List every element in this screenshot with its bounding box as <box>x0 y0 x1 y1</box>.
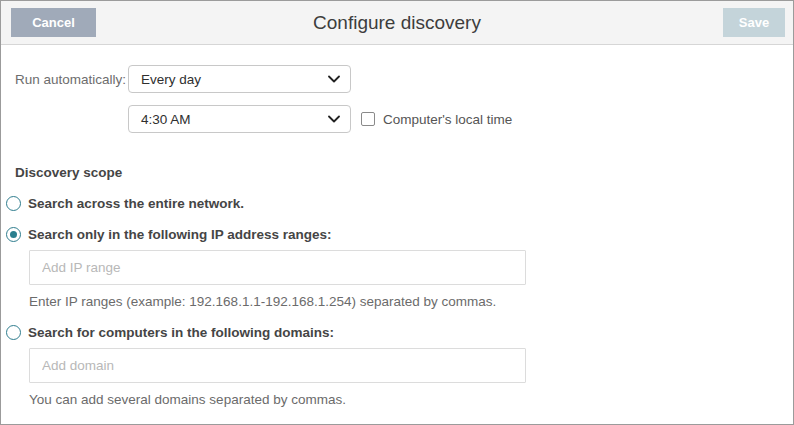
time-selected-value: 4:30 AM <box>141 112 191 127</box>
radio-label: Search across the entire network. <box>28 196 244 211</box>
domain-help-text: You can add several domains separated by… <box>29 392 779 407</box>
radio-option-domains[interactable]: Search for computers in the following do… <box>6 325 779 340</box>
radio-option-ip-ranges[interactable]: Search only in the following IP address … <box>6 227 779 242</box>
time-row: 4:30 AM Computer's local time <box>128 105 779 133</box>
domain-input[interactable] <box>29 348 526 383</box>
save-button[interactable]: Save <box>723 8 785 37</box>
configure-discovery-dialog: Cancel Configure discovery Save Run auto… <box>0 0 794 425</box>
radio-icon[interactable] <box>6 196 21 211</box>
chevron-down-icon <box>328 115 340 123</box>
radio-option-entire-network[interactable]: Search across the entire network. <box>6 196 779 211</box>
ip-range-input[interactable] <box>29 250 526 285</box>
local-time-checkbox-group[interactable]: Computer's local time <box>361 112 512 127</box>
dialog-body: Run automatically: Every day 4:30 AM Com… <box>1 45 793 424</box>
frequency-selected-value: Every day <box>141 72 201 87</box>
time-select[interactable]: 4:30 AM <box>128 105 351 133</box>
run-automatically-row: Run automatically: Every day <box>15 65 779 93</box>
radio-icon[interactable] <box>6 227 21 242</box>
run-automatically-label: Run automatically: <box>15 72 128 87</box>
frequency-select[interactable]: Every day <box>128 65 351 93</box>
checkbox-icon[interactable] <box>361 112 375 126</box>
dialog-header: Cancel Configure discovery Save <box>1 1 793 45</box>
local-time-checkbox-label: Computer's local time <box>383 112 512 127</box>
discovery-scope-heading: Discovery scope <box>15 165 779 180</box>
chevron-down-icon <box>328 75 340 83</box>
radio-label: Search only in the following IP address … <box>28 227 332 242</box>
page-title: Configure discovery <box>1 12 793 34</box>
ip-range-help-text: Enter IP ranges (example: 192.168.1.1-19… <box>29 294 779 309</box>
cancel-button[interactable]: Cancel <box>11 8 96 37</box>
radio-icon[interactable] <box>6 325 21 340</box>
radio-label: Search for computers in the following do… <box>28 325 334 340</box>
